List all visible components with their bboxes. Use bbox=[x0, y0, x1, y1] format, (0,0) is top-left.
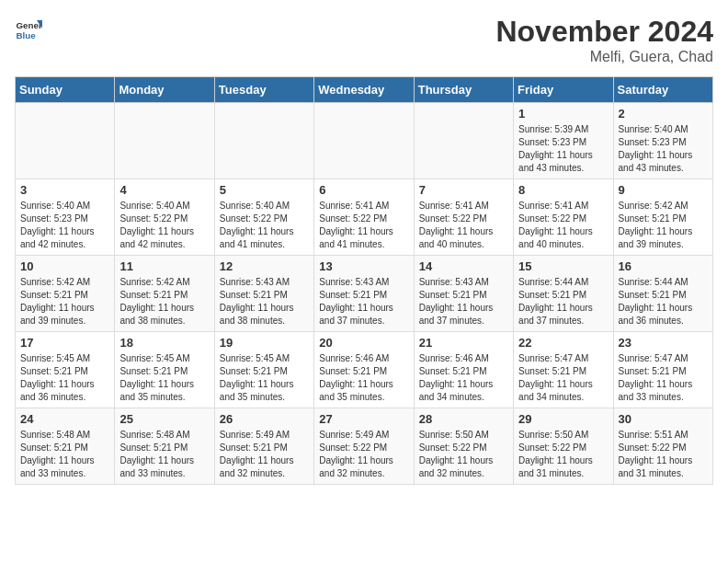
day-number: 12 bbox=[220, 259, 309, 273]
day-detail: Sunrise: 5:47 AM Sunset: 5:21 PM Dayligh… bbox=[619, 352, 708, 404]
svg-text:Blue: Blue bbox=[17, 30, 37, 40]
calendar-body: 1Sunrise: 5:39 AM Sunset: 5:23 PM Daylig… bbox=[16, 103, 713, 485]
column-header-tuesday: Tuesday bbox=[214, 77, 313, 103]
title-area: November 2024 Melfi, Guera, Chad bbox=[495, 15, 713, 65]
day-number: 20 bbox=[319, 336, 408, 350]
day-cell: 20Sunrise: 5:46 AM Sunset: 5:21 PM Dayli… bbox=[314, 332, 414, 408]
day-detail: Sunrise: 5:42 AM Sunset: 5:21 PM Dayligh… bbox=[20, 276, 109, 327]
day-cell: 2Sunrise: 5:40 AM Sunset: 5:23 PM Daylig… bbox=[613, 103, 712, 179]
location-subtitle: Melfi, Guera, Chad bbox=[495, 49, 713, 65]
day-number: 28 bbox=[419, 412, 508, 426]
day-number: 24 bbox=[20, 412, 109, 426]
day-cell: 15Sunrise: 5:44 AM Sunset: 5:21 PM Dayli… bbox=[514, 256, 613, 332]
week-row-5: 24Sunrise: 5:48 AM Sunset: 5:21 PM Dayli… bbox=[16, 408, 713, 485]
day-detail: Sunrise: 5:40 AM Sunset: 5:23 PM Dayligh… bbox=[619, 123, 708, 175]
day-detail: Sunrise: 5:46 AM Sunset: 5:21 PM Dayligh… bbox=[319, 352, 408, 404]
day-number: 21 bbox=[419, 336, 508, 350]
day-detail: Sunrise: 5:41 AM Sunset: 5:22 PM Dayligh… bbox=[319, 200, 408, 251]
day-number: 9 bbox=[619, 183, 708, 197]
day-number: 5 bbox=[220, 183, 309, 197]
day-detail: Sunrise: 5:40 AM Sunset: 5:22 PM Dayligh… bbox=[119, 200, 209, 251]
day-cell bbox=[115, 103, 214, 179]
day-detail: Sunrise: 5:42 AM Sunset: 5:21 PM Dayligh… bbox=[119, 276, 209, 327]
day-cell bbox=[16, 103, 115, 179]
day-number: 17 bbox=[20, 336, 109, 350]
day-number: 25 bbox=[119, 412, 209, 426]
column-header-monday: Monday bbox=[115, 77, 214, 103]
day-number: 16 bbox=[619, 259, 708, 273]
page-header: General Blue November 2024 Melfi, Guera,… bbox=[15, 15, 713, 65]
day-detail: Sunrise: 5:51 AM Sunset: 5:22 PM Dayligh… bbox=[619, 429, 708, 480]
day-cell: 1Sunrise: 5:39 AM Sunset: 5:23 PM Daylig… bbox=[514, 103, 613, 179]
day-cell: 29Sunrise: 5:50 AM Sunset: 5:22 PM Dayli… bbox=[514, 408, 613, 485]
day-cell: 19Sunrise: 5:45 AM Sunset: 5:21 PM Dayli… bbox=[214, 332, 313, 408]
day-number: 4 bbox=[119, 183, 209, 197]
day-cell: 27Sunrise: 5:49 AM Sunset: 5:22 PM Dayli… bbox=[314, 408, 414, 485]
day-cell: 22Sunrise: 5:47 AM Sunset: 5:21 PM Dayli… bbox=[514, 332, 613, 408]
day-number: 6 bbox=[319, 183, 408, 197]
day-cell: 18Sunrise: 5:45 AM Sunset: 5:21 PM Dayli… bbox=[115, 332, 214, 408]
day-detail: Sunrise: 5:49 AM Sunset: 5:21 PM Dayligh… bbox=[220, 429, 309, 480]
day-cell: 23Sunrise: 5:47 AM Sunset: 5:21 PM Dayli… bbox=[613, 332, 712, 408]
day-cell: 3Sunrise: 5:40 AM Sunset: 5:23 PM Daylig… bbox=[16, 179, 115, 256]
day-cell: 10Sunrise: 5:42 AM Sunset: 5:21 PM Dayli… bbox=[16, 256, 115, 332]
day-detail: Sunrise: 5:39 AM Sunset: 5:23 PM Dayligh… bbox=[518, 123, 608, 175]
month-title: November 2024 bbox=[495, 15, 713, 49]
day-cell bbox=[414, 103, 513, 179]
day-cell: 6Sunrise: 5:41 AM Sunset: 5:22 PM Daylig… bbox=[314, 179, 414, 256]
day-cell: 25Sunrise: 5:48 AM Sunset: 5:21 PM Dayli… bbox=[115, 408, 214, 485]
day-number: 23 bbox=[619, 336, 708, 350]
day-number: 11 bbox=[119, 259, 209, 273]
day-cell: 16Sunrise: 5:44 AM Sunset: 5:21 PM Dayli… bbox=[613, 256, 712, 332]
day-cell: 21Sunrise: 5:46 AM Sunset: 5:21 PM Dayli… bbox=[414, 332, 513, 408]
day-number: 22 bbox=[518, 336, 608, 350]
day-number: 10 bbox=[20, 259, 109, 273]
day-detail: Sunrise: 5:49 AM Sunset: 5:22 PM Dayligh… bbox=[319, 429, 408, 480]
day-detail: Sunrise: 5:45 AM Sunset: 5:21 PM Dayligh… bbox=[220, 352, 309, 404]
day-number: 27 bbox=[319, 412, 408, 426]
day-number: 14 bbox=[419, 259, 508, 273]
day-detail: Sunrise: 5:50 AM Sunset: 5:22 PM Dayligh… bbox=[518, 429, 608, 480]
day-cell: 5Sunrise: 5:40 AM Sunset: 5:22 PM Daylig… bbox=[214, 179, 313, 256]
day-cell: 12Sunrise: 5:43 AM Sunset: 5:21 PM Dayli… bbox=[214, 256, 313, 332]
day-number: 7 bbox=[419, 183, 508, 197]
day-number: 30 bbox=[619, 412, 708, 426]
day-detail: Sunrise: 5:43 AM Sunset: 5:21 PM Dayligh… bbox=[220, 276, 309, 327]
day-detail: Sunrise: 5:43 AM Sunset: 5:21 PM Dayligh… bbox=[319, 276, 408, 327]
day-cell: 7Sunrise: 5:41 AM Sunset: 5:22 PM Daylig… bbox=[414, 179, 513, 256]
day-number: 18 bbox=[119, 336, 209, 350]
day-detail: Sunrise: 5:42 AM Sunset: 5:21 PM Dayligh… bbox=[619, 200, 708, 251]
day-cell bbox=[314, 103, 414, 179]
day-detail: Sunrise: 5:40 AM Sunset: 5:22 PM Dayligh… bbox=[220, 200, 309, 251]
week-row-1: 1Sunrise: 5:39 AM Sunset: 5:23 PM Daylig… bbox=[16, 103, 713, 179]
day-cell: 30Sunrise: 5:51 AM Sunset: 5:22 PM Dayli… bbox=[613, 408, 712, 485]
logo: General Blue bbox=[15, 15, 42, 42]
day-number: 19 bbox=[220, 336, 309, 350]
calendar-table: SundayMondayTuesdayWednesdayThursdayFrid… bbox=[15, 76, 713, 485]
logo-icon: General Blue bbox=[15, 15, 42, 42]
day-detail: Sunrise: 5:40 AM Sunset: 5:23 PM Dayligh… bbox=[20, 200, 109, 251]
day-cell: 9Sunrise: 5:42 AM Sunset: 5:21 PM Daylig… bbox=[613, 179, 712, 256]
week-row-3: 10Sunrise: 5:42 AM Sunset: 5:21 PM Dayli… bbox=[16, 256, 713, 332]
day-number: 1 bbox=[518, 107, 608, 121]
day-number: 8 bbox=[518, 183, 608, 197]
day-number: 13 bbox=[319, 259, 408, 273]
day-cell: 4Sunrise: 5:40 AM Sunset: 5:22 PM Daylig… bbox=[115, 179, 214, 256]
day-number: 2 bbox=[619, 107, 708, 121]
column-header-sunday: Sunday bbox=[16, 77, 115, 103]
day-detail: Sunrise: 5:50 AM Sunset: 5:22 PM Dayligh… bbox=[419, 429, 508, 480]
week-row-2: 3Sunrise: 5:40 AM Sunset: 5:23 PM Daylig… bbox=[16, 179, 713, 256]
week-row-4: 17Sunrise: 5:45 AM Sunset: 5:21 PM Dayli… bbox=[16, 332, 713, 408]
column-header-saturday: Saturday bbox=[613, 77, 712, 103]
calendar-header-row: SundayMondayTuesdayWednesdayThursdayFrid… bbox=[16, 77, 713, 103]
column-header-wednesday: Wednesday bbox=[314, 77, 414, 103]
day-cell bbox=[214, 103, 313, 179]
day-number: 26 bbox=[220, 412, 309, 426]
column-header-thursday: Thursday bbox=[414, 77, 513, 103]
day-cell: 26Sunrise: 5:49 AM Sunset: 5:21 PM Dayli… bbox=[214, 408, 313, 485]
day-cell: 17Sunrise: 5:45 AM Sunset: 5:21 PM Dayli… bbox=[16, 332, 115, 408]
day-detail: Sunrise: 5:48 AM Sunset: 5:21 PM Dayligh… bbox=[119, 429, 209, 480]
day-number: 15 bbox=[518, 259, 608, 273]
day-cell: 24Sunrise: 5:48 AM Sunset: 5:21 PM Dayli… bbox=[16, 408, 115, 485]
day-detail: Sunrise: 5:45 AM Sunset: 5:21 PM Dayligh… bbox=[119, 352, 209, 404]
